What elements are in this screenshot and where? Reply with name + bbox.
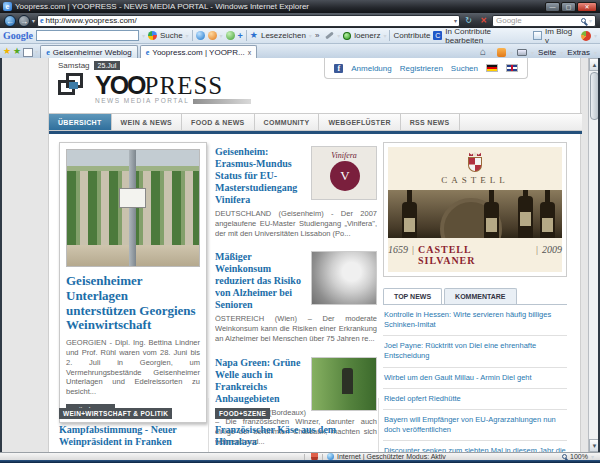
tab-kommentare[interactable]: KOMMENTARE — [444, 288, 516, 304]
google-search-button[interactable]: Suche — [160, 31, 183, 40]
tab-yoopress[interactable]: e Yoopress.com | YOOPR... x — [140, 45, 257, 58]
news-link[interactable]: Discounter senken zum siebten Mal in die… — [383, 441, 567, 452]
minimize-button[interactable]: — — [545, 2, 560, 12]
blog-post-button[interactable]: Im Blog v — [545, 27, 578, 45]
stop-button[interactable]: ✕ — [477, 15, 490, 27]
toolbar-extra-dropdown-icon[interactable]: ▾ — [594, 32, 597, 39]
search-dropdown-icon[interactable]: ▾ — [589, 17, 592, 24]
contribute-button[interactable]: Contribute — [393, 31, 430, 40]
nav-underline — [49, 131, 582, 134]
quick-tabs-icon[interactable] — [23, 48, 33, 57]
zoom-control[interactable]: 100% ▾ — [562, 453, 594, 460]
highlight-icon[interactable] — [208, 31, 217, 40]
feature-image-vineyard[interactable] — [66, 149, 200, 267]
forward-button[interactable]: → — [18, 15, 30, 27]
news-link[interactable]: Joel Payne: Rücktritt von Diel eine ehre… — [383, 336, 567, 367]
toolbar-overflow-chevron[interactable]: » — [315, 31, 319, 40]
senior-portrait-image[interactable] — [311, 251, 377, 305]
highlight-dropdown-icon[interactable]: ▾ — [220, 32, 223, 39]
url-text: http://www.yoopress.com/ — [46, 16, 137, 25]
bookmark-star-icon[interactable]: ★ — [250, 31, 258, 40]
sidewiki-icon[interactable] — [196, 31, 205, 40]
search-input[interactable]: Google ▾ — [492, 15, 596, 27]
register-link[interactable]: Registrieren — [400, 64, 443, 73]
site-logo[interactable]: YOOPRESS NEWS MEDIA PORTAL — [58, 73, 251, 105]
castell-ad-inner: CASTELL 1659 | CASTELL SILVANER | 2009 — [388, 147, 562, 272]
back-button[interactable]: ← — [4, 15, 16, 27]
tools-menu-dropdown-icon[interactable]: ▾ — [594, 49, 597, 56]
tools-menu-button[interactable]: Extras — [567, 48, 590, 57]
vinifera-label: Vinifera — [312, 151, 376, 160]
account-menu[interactable]: loenerz — [354, 31, 380, 40]
news-link[interactable]: Bayern will Empfänger von EU-Agrarzahlun… — [383, 410, 567, 441]
google-search-dropdown-icon[interactable]: ▾ — [142, 32, 145, 39]
contribute-edit-button[interactable]: In Contribute bearbeiten — [445, 27, 530, 45]
tab-list-dropdown-icon[interactable]: ▾ — [35, 48, 38, 55]
zoom-dropdown-icon[interactable]: ▾ — [591, 453, 594, 460]
tab-close-icon[interactable]: x — [248, 49, 252, 56]
ad-product-name: CASTELL SILVANER — [418, 244, 532, 266]
german-flag-icon[interactable] — [486, 64, 498, 72]
search-icon[interactable] — [581, 18, 586, 23]
wrench-dropdown-icon[interactable]: ▾ — [337, 32, 340, 39]
site-search-link[interactable]: Suchen — [451, 64, 478, 73]
rss-icon[interactable] — [497, 48, 506, 57]
account-box: f Anmeldung Registrieren Suchen — [324, 58, 528, 79]
status-separator — [322, 454, 323, 460]
page-menu-dropdown-icon[interactable]: ▾ — [560, 49, 563, 56]
nav-food-news[interactable]: FOOD & NEWS — [182, 114, 254, 130]
wrench-icon[interactable] — [325, 31, 334, 39]
news-link[interactable]: Riedel opfert Riedhütte — [383, 389, 567, 410]
nav-wein-news[interactable]: WEIN & NEWS — [112, 114, 183, 130]
pagerank-icon[interactable] — [226, 31, 235, 40]
tab-top-news[interactable]: TOP NEWS — [383, 288, 442, 304]
vinifera-circle: V — [330, 161, 360, 191]
close-button[interactable]: ✕ — [577, 2, 597, 12]
news-link[interactable]: Wirbel um den Gault Millau - Armin Diel … — [383, 368, 567, 389]
logo-press: PRESS — [145, 72, 224, 99]
tab-geisenheimer-weblog[interactable]: e Geisenheimer Weblog — [40, 45, 138, 58]
home-dropdown-icon[interactable]: ▾ — [490, 49, 493, 56]
nav-uebersicht[interactable]: ÜBERSICHT — [49, 114, 112, 130]
news-link[interactable]: Kontrolle in Hessen: Wirte servieren häu… — [383, 305, 567, 336]
shield-icon — [468, 157, 482, 172]
vinifera-logo-image[interactable]: Vinifera V — [311, 146, 377, 200]
login-link[interactable]: Anmeldung — [351, 64, 391, 73]
facebook-icon[interactable]: f — [334, 64, 343, 73]
feature-title[interactable]: Geisenheimer Unterlagen unterstützen Geo… — [66, 274, 200, 333]
google-search-input[interactable] — [36, 30, 139, 41]
google-search-options-icon[interactable]: ▾ — [186, 32, 189, 39]
crown-icon — [469, 152, 481, 156]
history-dropdown-icon[interactable]: ▾ — [32, 17, 35, 24]
maximize-button[interactable]: ▢ — [561, 2, 576, 12]
ad-year-right: 2009 — [542, 244, 562, 255]
refresh-button[interactable]: ↻ — [462, 15, 475, 27]
nav-rss-news[interactable]: RSS NEWS — [401, 114, 460, 130]
internet-zone-icon — [327, 453, 334, 460]
add-favorite-icon[interactable]: ★ — [13, 47, 21, 56]
date-day: Samstag — [58, 61, 90, 70]
bookmarks-button[interactable]: Lesezeichen — [261, 31, 306, 40]
nav-webgefluester[interactable]: WEBGEFLÜSTER — [319, 114, 400, 130]
section-headline[interactable]: Kampfabstimmung - Neuer Weinpräsident in… — [59, 424, 202, 448]
print-icon[interactable] — [517, 49, 527, 56]
nav-community[interactable]: COMMUNITY — [255, 114, 320, 130]
url-dropdown-icon[interactable]: ▾ — [454, 17, 457, 24]
castell-ad[interactable]: CASTELL 1659 | CASTELL SILVANER | 2009 — [383, 142, 567, 277]
bookmarks-dropdown-icon[interactable]: ▾ — [309, 32, 312, 39]
home-icon[interactable]: ⌂ — [480, 47, 486, 57]
print-dropdown-icon[interactable]: ▾ — [531, 49, 534, 56]
section-headline[interactable]: Französischer Käse aus dem Himalaya — [215, 424, 373, 448]
page-menu-button[interactable]: Seite — [538, 48, 556, 57]
account-dropdown-icon[interactable]: ▾ — [383, 32, 386, 39]
favorites-icon[interactable]: ★ — [3, 47, 11, 56]
wine-bottles-image — [388, 190, 562, 238]
rss-dropdown-icon[interactable]: ▾ — [510, 49, 513, 56]
google-search-icon — [148, 31, 157, 40]
tab-bar: ★ ★ ▾ e Geisenheimer Weblog e Yoopress.c… — [0, 44, 600, 58]
status-separator — [304, 454, 305, 460]
url-input[interactable]: e http://www.yoopress.com/ ▾ — [37, 15, 460, 27]
english-flag-icon[interactable] — [506, 64, 518, 72]
toolbar-extra-icon[interactable] — [581, 31, 591, 41]
add-gadget-icon[interactable]: + — [238, 31, 243, 41]
